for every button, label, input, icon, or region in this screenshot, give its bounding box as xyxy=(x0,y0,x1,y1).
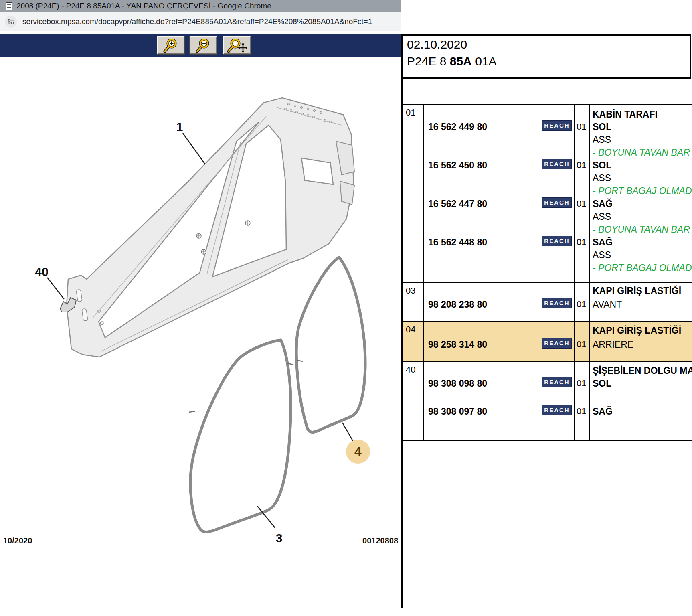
reach-badge[interactable]: REACH xyxy=(542,236,572,246)
front-door-seal xyxy=(190,340,291,532)
diagram-date: 10/2020 xyxy=(3,536,32,545)
section-header: KAPI GİRİŞ LASTİĞİ xyxy=(593,286,681,296)
parts-table: 01KABİN TARAFI16 562 449 80REACH01SOLASS… xyxy=(403,104,692,441)
description-note: - BOYUNA TAVAN BAR xyxy=(593,147,690,158)
description-line: SAĞ xyxy=(593,199,613,209)
table-section-04: 04KAPI GİRİŞ LASTİĞİ98 258 314 80REACH01… xyxy=(403,321,692,361)
part-number: 98 258 314 80 xyxy=(428,339,487,350)
part-number: 16 562 448 80 xyxy=(428,237,487,248)
quantity: 01 xyxy=(577,406,586,417)
table-section-40: 40ŞİŞEBİLEN DOLGU MA98 308 098 80REACH01… xyxy=(403,361,692,440)
description-line: ASS xyxy=(593,173,611,184)
description-line: ASS xyxy=(593,250,611,261)
reach-badge[interactable]: REACH xyxy=(542,298,572,308)
description-note: - PORT BAGAJ OLMAD xyxy=(593,263,692,274)
zoom-out-button[interactable] xyxy=(190,36,217,54)
part-number: 16 562 450 80 xyxy=(428,160,487,171)
column-divider-qty xyxy=(574,105,575,440)
zoom-pan-button[interactable] xyxy=(223,36,251,54)
quantity: 01 xyxy=(577,299,586,310)
item-number: 40 xyxy=(406,365,415,375)
description-line: SOL xyxy=(593,160,611,171)
description-line: AVANT xyxy=(593,299,622,310)
description-line: SOL xyxy=(593,378,611,389)
item-number: 03 xyxy=(406,286,415,296)
description-note: - BOYUNA TAVAN BAR xyxy=(593,224,690,235)
section-header: KAPI GİRİŞ LASTİĞİ xyxy=(593,325,681,336)
section-header: ŞİŞEBİLEN DOLGU MA xyxy=(593,365,692,376)
item-number: 04 xyxy=(406,324,415,335)
diagram-toolbar xyxy=(0,34,401,57)
description-line: SAĞ xyxy=(593,237,613,248)
callout-3[interactable]: 3 xyxy=(276,531,283,545)
quantity: 01 xyxy=(577,378,586,389)
section-header: KABİN TARAFI xyxy=(593,109,658,120)
quantity: 01 xyxy=(577,237,586,247)
zoom-in-button[interactable] xyxy=(157,36,184,54)
rear-door-seal xyxy=(296,257,365,432)
reach-badge[interactable]: REACH xyxy=(542,338,572,349)
catalog-date: 02.10.2020 xyxy=(407,38,467,51)
reach-badge[interactable]: REACH xyxy=(542,159,572,169)
quantity: 01 xyxy=(577,339,586,350)
reach-badge[interactable]: REACH xyxy=(542,405,572,415)
diagram-pane: 1 40 3 4 10/2020 00120808 xyxy=(0,34,401,616)
reach-badge[interactable]: REACH xyxy=(542,377,572,387)
description-line: ASS xyxy=(593,134,611,145)
callout-1[interactable]: 1 xyxy=(176,120,183,133)
part-number: 98 208 238 80 xyxy=(428,299,487,310)
reach-badge[interactable]: REACH xyxy=(542,197,572,208)
column-divider-desc xyxy=(589,105,590,440)
column-divider-item xyxy=(423,105,424,440)
description-line: ARRIERE xyxy=(593,339,633,350)
zoom-out-icon xyxy=(195,38,212,53)
quantity: 01 xyxy=(577,160,586,170)
description-line: SOL xyxy=(593,122,611,132)
catalog-reference: P24E 8 85A 01A xyxy=(407,55,497,68)
part-number: 16 562 449 80 xyxy=(428,122,487,132)
part-number: 16 562 447 80 xyxy=(428,199,487,209)
quantity: 01 xyxy=(577,122,586,132)
item-number: 01 xyxy=(406,107,415,118)
zoom-pan-icon xyxy=(227,38,247,53)
parts-diagram: 1 40 3 4 xyxy=(0,57,401,616)
description-line: ASS xyxy=(593,211,611,222)
table-section-01: 01KABİN TARAFI16 562 449 80REACH01SOLASS… xyxy=(403,105,692,282)
part-number: 98 308 098 80 xyxy=(428,378,487,389)
site-settings-icon[interactable] xyxy=(5,16,17,28)
reach-badge[interactable]: REACH xyxy=(542,120,572,131)
description-note: - PORT BAGAJ OLMAD xyxy=(593,186,692,197)
zoom-in-icon xyxy=(162,38,179,53)
description-line: SAĞ xyxy=(593,406,613,417)
callout-40[interactable]: 40 xyxy=(35,265,48,278)
table-section-03: 03KAPI GİRİŞ LASTİĞİ98 208 238 80REACH01… xyxy=(403,282,692,321)
body-frame xyxy=(67,98,354,357)
part-number: 98 308 097 80 xyxy=(428,406,487,417)
window-title: 2008 (P24E) - P24E 8 85A01A - YAN PANO Ç… xyxy=(16,2,271,10)
parts-table-pane: 02.10.2020 P24E 8 85A 01A 01KABİN TARAFI… xyxy=(401,0,692,616)
diagram-number: 00120808 xyxy=(362,536,398,545)
url-text[interactable]: servicebox.mpsa.com/docapvpr/affiche.do?… xyxy=(22,17,372,26)
quantity: 01 xyxy=(577,199,586,209)
page-icon xyxy=(6,2,12,10)
callout-4[interactable]: 4 xyxy=(354,444,362,459)
